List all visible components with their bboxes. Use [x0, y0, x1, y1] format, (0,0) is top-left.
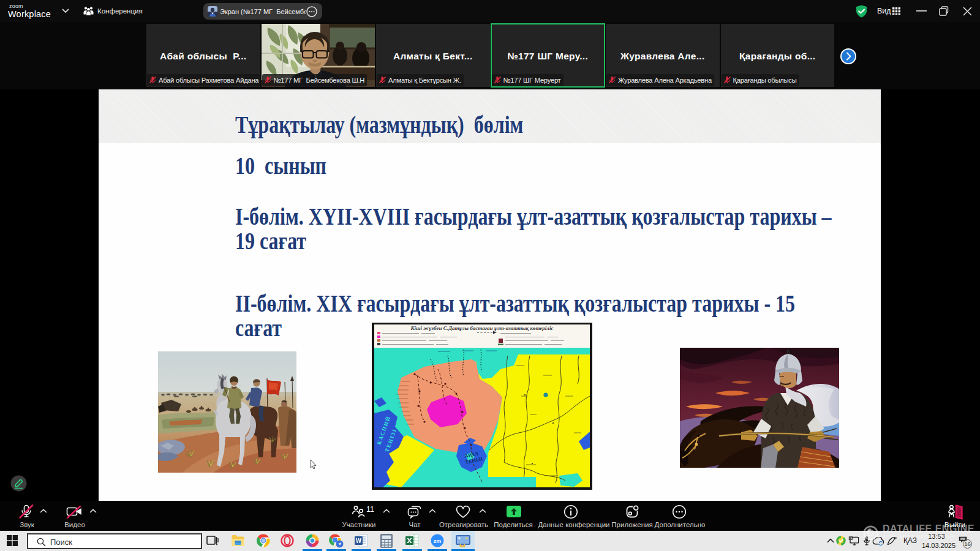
svg-text:Кіші жүзбен С.Датұлы бастаған: Кіші жүзбен С.Датұлы бастаған ұлт-азатты…	[410, 325, 554, 331]
svg-text:zm: zm	[434, 538, 442, 544]
